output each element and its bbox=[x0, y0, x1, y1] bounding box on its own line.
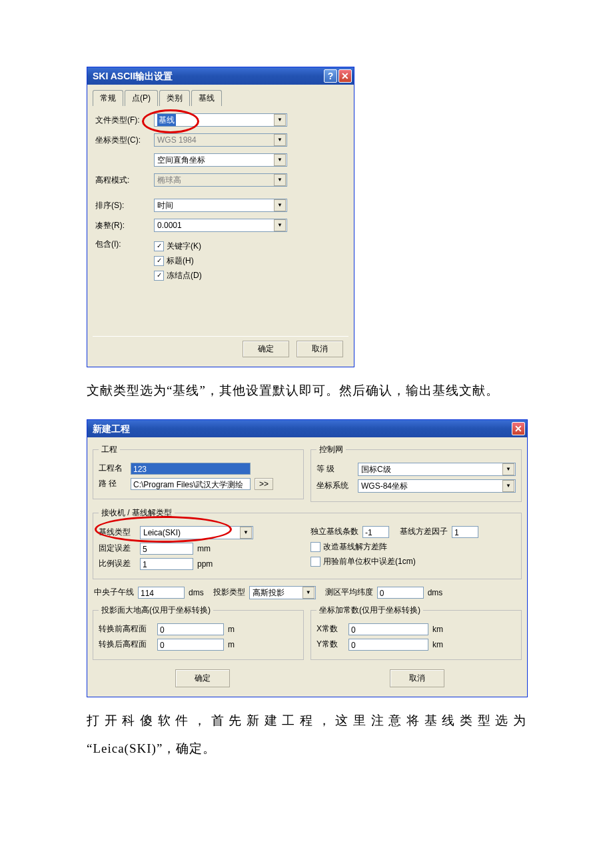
coord-sys-label: 坐标系统 bbox=[316, 480, 354, 491]
dropdown-arrow-icon: ▼ bbox=[274, 219, 286, 231]
ok-button[interactable]: 确定 bbox=[175, 669, 230, 687]
height-mode-label: 高程模式: bbox=[95, 175, 150, 186]
var-factor-input[interactable]: 1 bbox=[452, 526, 478, 538]
ratio-err-unit: ppm bbox=[197, 559, 213, 569]
coord-type2-combo[interactable]: 空间直角坐标 ▼ bbox=[154, 153, 287, 167]
path-input[interactable]: C:\Program Files\武汉大学测绘 bbox=[131, 478, 251, 490]
new-project-dialog: 新建工程 ✕ 工程 工程名 123 路 径 C:\Program bbox=[87, 419, 528, 697]
help-button[interactable]: ? bbox=[324, 69, 337, 83]
before-label: 转换前高程面 bbox=[99, 623, 153, 635]
m-unit: m bbox=[228, 640, 235, 649]
paragraph-2: 打开科傻软件，首先新建工程，这里注意将基线类型选为 “Leica(SKI)”，确… bbox=[87, 707, 526, 763]
dms-unit: dms bbox=[428, 588, 443, 597]
group-project: 工程 工程名 123 路 径 C:\Program Files\武汉大学测绘 >… bbox=[93, 444, 304, 499]
baseline-type-combo[interactable]: Leica(SKI) ▼ bbox=[140, 526, 253, 539]
km-unit: km bbox=[432, 625, 443, 634]
ok-button[interactable]: 确定 bbox=[243, 341, 289, 357]
chk-modify-row[interactable]: 改造基线解方差阵 bbox=[310, 541, 387, 553]
tab-strip: 常规 点(P) 类别 基线 bbox=[93, 90, 348, 107]
grade-value: 国标C级 bbox=[361, 463, 391, 475]
dialog-title: SKI ASCII输出设置 bbox=[93, 67, 173, 85]
tab-point[interactable]: 点(P) bbox=[125, 90, 158, 106]
file-type-label: 文件类型(F): bbox=[95, 115, 150, 126]
avg-lat-input[interactable]: 0 bbox=[377, 587, 424, 599]
baseline-type-label: 基线类型 bbox=[99, 527, 136, 538]
coord-type1-combo: WGS 1984 ▼ bbox=[154, 133, 287, 147]
central-meridian-input[interactable]: 114 bbox=[138, 587, 185, 599]
round-combo[interactable]: 0.0001 ▼ bbox=[154, 219, 287, 232]
dropdown-arrow-icon: ▼ bbox=[502, 480, 514, 492]
grade-label: 等 级 bbox=[316, 463, 354, 475]
cancel-button[interactable]: 取消 bbox=[297, 341, 343, 357]
chk-keyword-row[interactable]: ✓ 关键字(K) bbox=[154, 239, 202, 253]
chk-title-row[interactable]: ✓ 标题(H) bbox=[154, 253, 202, 268]
x-const-input[interactable]: 0 bbox=[348, 623, 428, 635]
var-factor-label: 基线方差因子 bbox=[400, 526, 448, 537]
checkbox-icon bbox=[310, 557, 320, 567]
paragraph-1: 文献类型选为“基线”，其他设置默认即可。然后确认，输出基线文献。 bbox=[87, 377, 526, 405]
dropdown-arrow-icon: ▼ bbox=[274, 174, 286, 186]
fixed-err-label: 固定误差 bbox=[99, 543, 136, 554]
dropdown-arrow-icon: ▼ bbox=[274, 199, 286, 211]
checkbox-icon: ✓ bbox=[154, 241, 164, 251]
proj-type-value: 高斯投影 bbox=[253, 587, 285, 599]
tab-general[interactable]: 常规 bbox=[93, 90, 123, 106]
chk-title-label: 标题(H) bbox=[167, 253, 194, 268]
group-control-legend: 控制网 bbox=[316, 444, 346, 455]
group-receiver-legend: 接收机 / 基线解类型 bbox=[99, 507, 175, 519]
coord-sys-combo[interactable]: WGS-84坐标 ▼ bbox=[358, 479, 516, 493]
before-input[interactable]: 0 bbox=[157, 623, 224, 635]
group-proj-height-legend: 投影面大地高(仅用于坐标转换) bbox=[99, 605, 213, 616]
sort-combo[interactable]: 时间 ▼ bbox=[154, 199, 287, 212]
dropdown-arrow-icon: ▼ bbox=[274, 154, 286, 166]
coord-type-label: 坐标类型(C): bbox=[95, 135, 150, 146]
checkbox-icon: ✓ bbox=[154, 271, 164, 281]
chk-prior-row[interactable]: 用验前单位权中误差(1cm) bbox=[310, 556, 416, 567]
group-offset-legend: 坐标加常数(仅用于坐标转换) bbox=[316, 605, 423, 616]
coord-sys-value: WGS-84坐标 bbox=[361, 480, 408, 492]
close-button[interactable]: ✕ bbox=[338, 69, 352, 83]
dms-unit: dms bbox=[189, 588, 204, 597]
after-input[interactable]: 0 bbox=[157, 639, 224, 651]
chk-freeze-label: 冻结点(D) bbox=[167, 268, 202, 283]
chk-modify-label: 改造基线解方差阵 bbox=[323, 541, 387, 553]
close-button[interactable]: ✕ bbox=[512, 422, 525, 435]
coord-type2-value: 空间直角坐标 bbox=[157, 154, 205, 166]
central-meridian-label: 中央子午线 bbox=[94, 587, 134, 598]
path-label: 路 径 bbox=[99, 478, 127, 489]
ratio-err-input[interactable]: 1 bbox=[140, 558, 193, 570]
proj-type-combo[interactable]: 高斯投影 ▼ bbox=[249, 586, 316, 599]
proj-type-label: 投影类型 bbox=[213, 587, 245, 598]
dropdown-arrow-icon: ▼ bbox=[502, 463, 514, 475]
tab-baseline[interactable]: 基线 bbox=[191, 90, 222, 106]
group-receiver: 接收机 / 基线解类型 基线类型 Leica(SKI) ▼ 固定误差 bbox=[93, 507, 522, 579]
file-type-combo[interactable]: 基线 ▼ bbox=[154, 113, 287, 127]
indep-baseline-input[interactable]: -1 bbox=[362, 526, 389, 538]
chk-keyword-label: 关键字(K) bbox=[167, 239, 201, 253]
sort-label: 排序(S): bbox=[95, 200, 150, 211]
paragraph-2a: 打开科傻软件，首先新建工程，这里注意将基线类型选为 bbox=[87, 707, 526, 735]
y-const-input[interactable]: 0 bbox=[348, 639, 428, 651]
browse-button[interactable]: >> bbox=[255, 478, 273, 490]
dialog-titlebar: SKI ASCII输出设置 ? ✕ bbox=[87, 67, 354, 85]
dropdown-arrow-icon: ▼ bbox=[303, 587, 314, 599]
height-mode-value: 椭球高 bbox=[157, 174, 181, 186]
coord-type1-value: WGS 1984 bbox=[157, 134, 197, 146]
checkbox-icon: ✓ bbox=[154, 256, 164, 266]
grade-combo[interactable]: 国标C级 ▼ bbox=[358, 463, 516, 476]
chk-freeze-row[interactable]: ✓ 冻结点(D) bbox=[154, 268, 202, 283]
checkbox-icon bbox=[310, 542, 320, 552]
x-const-label: X常数 bbox=[316, 623, 344, 635]
project-name-input[interactable]: 123 bbox=[131, 463, 251, 475]
file-type-value: 基线 bbox=[157, 114, 176, 126]
include-label: 包含(I): bbox=[95, 239, 150, 250]
baseline-type-value: Leica(SKI) bbox=[143, 527, 181, 539]
fixed-err-input[interactable]: 5 bbox=[140, 543, 193, 555]
group-control-net: 控制网 等 级 国标C级 ▼ 坐标系统 WGS-84坐标 bbox=[310, 444, 522, 502]
group-offset: 坐标加常数(仅用于坐标转换) X常数 0 km Y常数 0 km bbox=[310, 605, 522, 660]
tab-category[interactable]: 类别 bbox=[159, 90, 190, 106]
cancel-button[interactable]: 取消 bbox=[390, 669, 444, 687]
group-project-legend: 工程 bbox=[99, 444, 120, 455]
km-unit: km bbox=[432, 640, 443, 649]
group-proj-height: 投影面大地高(仅用于坐标转换) 转换前高程面 0 m 转换后高程面 0 m bbox=[93, 605, 304, 660]
